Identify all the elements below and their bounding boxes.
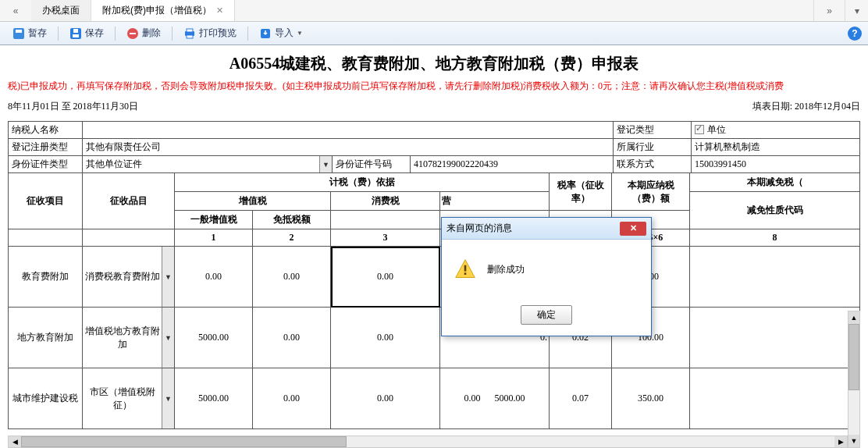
scroll-thumb[interactable] — [848, 324, 859, 390]
dropdown-icon[interactable]: ▼ — [162, 308, 174, 368]
field-id-type[interactable]: 其他单位证件 ▼ — [83, 156, 333, 173]
cell-c3[interactable]: 0.00 — [331, 308, 440, 368]
cell-c1[interactable]: 0.00 — [175, 247, 253, 308]
th-current-payable: 本期应纳税（费）额 — [612, 173, 690, 211]
cell-c6[interactable]: 0.07 — [550, 368, 612, 429]
menu-icon: ▾ — [855, 5, 859, 16]
label-id-number: 身份证件号码 — [333, 156, 411, 173]
warning-icon — [454, 258, 476, 280]
cell-levy-goods[interactable]: 消费税教育费附加 ▼ — [83, 247, 175, 308]
label-id-type: 身份证件类型 — [9, 156, 83, 173]
cell-c2[interactable]: 0.00 — [253, 368, 331, 429]
th-levy-item: 征收项目 — [9, 173, 83, 229]
label-industry: 所属行业 — [614, 139, 692, 156]
svg-rect-9 — [187, 35, 193, 38]
cell-c1[interactable]: 5000.00 — [175, 368, 253, 429]
cell-c2[interactable]: 0.00 — [253, 247, 331, 308]
th-col2: 2 — [253, 229, 331, 247]
cell-levy-goods[interactable]: 增值税地方教育附加 ▼ — [83, 308, 175, 368]
dropdown-icon[interactable]: ▼ — [319, 156, 332, 172]
th-business: 营 — [440, 192, 550, 211]
message-dialog: 来自网页的消息 ✕ 删除成功 确定 — [441, 217, 652, 336]
field-unit[interactable]: 单位 — [692, 122, 860, 139]
separator — [172, 27, 173, 41]
cell-c3[interactable]: 0.00 — [331, 247, 440, 308]
delete-button[interactable]: 删除 — [120, 25, 167, 41]
fill-date: 填表日期: 2018年12月04日 — [752, 100, 860, 113]
help-button[interactable]: ? — [848, 27, 862, 41]
period-text: 8年11月01日 至 2018年11月30日 — [8, 100, 138, 113]
chevrons-right-icon: » — [827, 5, 832, 16]
cell-c4[interactable]: 0.00 5000.00 — [440, 368, 550, 429]
taxpayer-info-table: 纳税人名称 登记类型 单位 登记注册类型 其他有限责任公司 所属行业 计算机整机… — [8, 121, 860, 173]
dialog-close-button[interactable]: ✕ — [620, 222, 646, 236]
label-taxpayer-name: 纳税人名称 — [9, 122, 83, 139]
save-button[interactable]: 保存 — [63, 25, 110, 41]
th-levy-goods: 征收品目 — [83, 173, 175, 229]
separator — [58, 27, 59, 41]
cell-c8[interactable] — [690, 308, 860, 368]
scroll-right-icon[interactable]: ▶ — [834, 436, 847, 447]
close-icon[interactable]: ✕ — [216, 5, 223, 16]
tab-desktop[interactable]: 办税桌面 — [31, 0, 91, 21]
field-register-type[interactable]: 其他有限责任公司 — [83, 139, 614, 156]
cell-c3[interactable]: 0.00 — [331, 368, 440, 429]
svg-rect-6 — [130, 33, 136, 34]
th-consumption-tax: 消费税 — [331, 192, 440, 211]
svg-rect-11 — [464, 265, 467, 272]
field-taxpayer-name[interactable] — [83, 122, 614, 139]
scroll-track[interactable] — [848, 324, 859, 435]
tab-label: 办税桌面 — [42, 4, 80, 17]
delete-icon — [126, 27, 139, 40]
field-contact[interactable]: 15003991450 — [692, 156, 860, 173]
dropdown-icon[interactable]: ▼ — [162, 247, 174, 307]
scroll-track[interactable] — [21, 436, 834, 447]
th-reduction-code: 减免性质代码 — [690, 192, 860, 229]
cell-c7[interactable]: 350.00 — [612, 368, 690, 429]
import-icon — [259, 27, 272, 40]
horizontal-scrollbar[interactable]: ◀ ▶ — [8, 436, 848, 448]
vertical-scrollbar[interactable]: ▲ ▼ — [848, 311, 860, 448]
separator — [247, 27, 248, 41]
tabs-scroll-right[interactable]: » — [813, 0, 845, 21]
label-reg-type: 登记类型 — [614, 122, 692, 139]
th-col3: 3 — [331, 229, 440, 247]
tab-surtax-declare[interactable]: 附加税(费)申报（增值税） ✕ — [91, 0, 235, 21]
content-area: A06554城建税、教育费附加、地方教育附加税（费）申报表 税)已申报成功，再填… — [0, 45, 868, 448]
close-icon: ✕ — [630, 223, 637, 233]
field-id-number[interactable]: 410782199002220439 — [411, 156, 614, 173]
print-preview-button[interactable]: 打印预览 — [177, 25, 243, 41]
cell-c8[interactable] — [690, 247, 860, 308]
scroll-thumb[interactable] — [21, 436, 347, 447]
page-title: A06554城建税、教育费附加、地方教育附加税（费）申报表 — [8, 50, 860, 79]
scroll-up-icon[interactable]: ▲ — [848, 311, 859, 324]
svg-rect-3 — [73, 34, 79, 37]
tabs-menu[interactable]: ▾ — [845, 0, 868, 21]
dropdown-icon[interactable]: ▼ — [162, 368, 174, 428]
tabs-scroll-left[interactable]: « — [0, 0, 31, 21]
svg-rect-8 — [187, 29, 193, 32]
svg-rect-4 — [73, 29, 78, 33]
cell-levy-item: 地方教育附加 — [9, 308, 83, 368]
dialog-body: 删除成功 — [442, 240, 651, 299]
dialog-ok-button[interactable]: 确定 — [521, 305, 572, 325]
cell-c2[interactable]: 0.00 — [253, 308, 331, 368]
warning-note: 税)已申报成功，再填写保存附加税，否则会导致附加税申报失败。(如主税申报成功前已… — [8, 79, 860, 94]
field-industry[interactable]: 计算机整机制造 — [692, 139, 860, 156]
cell-c1[interactable]: 5000.00 — [175, 308, 253, 368]
tab-label: 附加税(费)申报（增值税） — [102, 4, 212, 17]
dialog-titlebar[interactable]: 来自网页的消息 ✕ — [442, 218, 651, 240]
tab-bar: « 办税桌面 附加税(费)申报（增值税） ✕ » ▾ — [0, 0, 868, 22]
th-col8: 8 — [690, 229, 860, 247]
chevrons-left-icon: « — [13, 5, 19, 16]
scroll-down-icon[interactable]: ▼ — [848, 435, 859, 447]
import-button[interactable]: 导入 ▼ — [253, 25, 309, 41]
help-icon: ? — [852, 28, 857, 39]
cell-c8[interactable] — [690, 368, 860, 429]
separator — [115, 27, 116, 41]
cell-levy-goods[interactable]: 市区（增值税附征） ▼ — [83, 368, 175, 429]
temp-save-button[interactable]: 暂存 — [6, 25, 53, 41]
scroll-left-icon[interactable]: ◀ — [9, 436, 21, 447]
checkbox-icon[interactable] — [695, 125, 704, 134]
button-label: 暂存 — [28, 27, 47, 40]
